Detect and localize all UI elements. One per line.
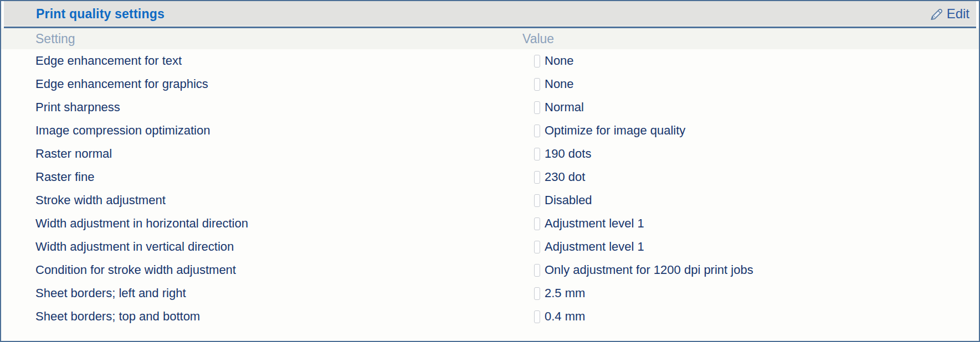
- table-row: Print sharpness Normal: [1, 96, 979, 119]
- table-row: Edge enhancement for graphics None: [1, 72, 979, 96]
- empty-box-glyph: [534, 148, 540, 160]
- setting-value: Disabled: [545, 193, 592, 208]
- empty-box-glyph: [534, 194, 540, 207]
- setting-label: Sheet borders; left and right: [35, 286, 522, 300]
- empty-box-glyph: [534, 310, 540, 323]
- value-cell: Adjustment level 1: [522, 216, 979, 231]
- setting-label: Edge enhancement for graphics: [35, 77, 522, 91]
- empty-box-glyph: [534, 171, 540, 184]
- setting-value: Normal: [545, 100, 584, 115]
- table-row: Raster fine 230 dot: [1, 165, 979, 189]
- page-title: Print quality settings: [36, 7, 165, 22]
- panel-titlebar: Print quality settings Edit: [4, 1, 976, 28]
- setting-label: Sheet borders; top and bottom: [35, 309, 522, 324]
- setting-label: Width adjustment in horizontal direction: [35, 216, 522, 231]
- empty-box-glyph: [534, 287, 540, 300]
- value-cell: Normal: [522, 100, 979, 115]
- setting-value: 190 dots: [545, 147, 591, 161]
- setting-label: Condition for stroke width adjustment: [35, 263, 522, 277]
- table-row: Raster normal 190 dots: [1, 142, 979, 165]
- setting-value: Adjustment level 1: [545, 240, 644, 254]
- table-row: Sheet borders; left and right 2.5 mm: [1, 282, 979, 305]
- setting-label: Image compression optimization: [35, 123, 522, 138]
- column-header-setting: Setting: [35, 32, 522, 46]
- table-row: Edge enhancement for text None: [1, 49, 979, 72]
- setting-label: Raster fine: [35, 170, 522, 184]
- empty-box-glyph: [534, 125, 540, 137]
- edit-button-label: Edit: [947, 6, 969, 22]
- settings-table-body: Edge enhancement for text None Edge enha…: [1, 49, 979, 328]
- setting-value: None: [545, 77, 574, 91]
- value-cell: 190 dots: [522, 147, 979, 161]
- setting-value: None: [545, 54, 574, 68]
- setting-label: Print sharpness: [35, 100, 522, 115]
- column-header-value: Value: [522, 32, 979, 46]
- print-quality-settings-panel: Print quality settings Edit Setting Valu…: [0, 0, 980, 342]
- setting-value: Only adjustment for 1200 dpi print jobs: [545, 263, 753, 277]
- table-row: Image compression optimization Optimize …: [1, 119, 979, 142]
- table-row: Width adjustment in horizontal direction…: [1, 212, 979, 235]
- setting-value: Adjustment level 1: [545, 216, 644, 231]
- setting-value: 2.5 mm: [545, 286, 585, 300]
- empty-box-glyph: [534, 264, 540, 277]
- value-cell: Adjustment level 1: [522, 240, 979, 254]
- table-row: Width adjustment in vertical direction A…: [1, 235, 979, 258]
- empty-box-glyph: [534, 55, 540, 68]
- setting-value: 230 dot: [545, 170, 585, 184]
- value-cell: None: [522, 77, 979, 91]
- setting-label: Edge enhancement for text: [35, 54, 522, 68]
- value-cell: Disabled: [522, 193, 979, 208]
- setting-value: 0.4 mm: [545, 309, 585, 324]
- edit-button[interactable]: Edit: [929, 6, 969, 22]
- value-cell: 0.4 mm: [522, 309, 979, 324]
- value-cell: Optimize for image quality: [522, 123, 979, 138]
- setting-label: Width adjustment in vertical direction: [35, 240, 522, 254]
- setting-label: Raster normal: [35, 147, 522, 161]
- empty-box-glyph: [534, 217, 540, 230]
- table-header-row: Setting Value: [1, 28, 979, 49]
- value-cell: 230 dot: [522, 170, 979, 184]
- setting-value: Optimize for image quality: [545, 123, 685, 138]
- value-cell: None: [522, 54, 979, 68]
- empty-box-glyph: [534, 78, 540, 91]
- value-cell: Only adjustment for 1200 dpi print jobs: [522, 263, 979, 277]
- table-row: Sheet borders; top and bottom 0.4 mm: [1, 305, 979, 328]
- empty-box-glyph: [534, 101, 540, 114]
- setting-label: Stroke width adjustment: [35, 193, 522, 208]
- value-cell: 2.5 mm: [522, 286, 979, 300]
- pencil-icon: [929, 7, 944, 22]
- table-row: Condition for stroke width adjustment On…: [1, 258, 979, 282]
- table-row: Stroke width adjustment Disabled: [1, 189, 979, 212]
- empty-box-glyph: [534, 241, 540, 253]
